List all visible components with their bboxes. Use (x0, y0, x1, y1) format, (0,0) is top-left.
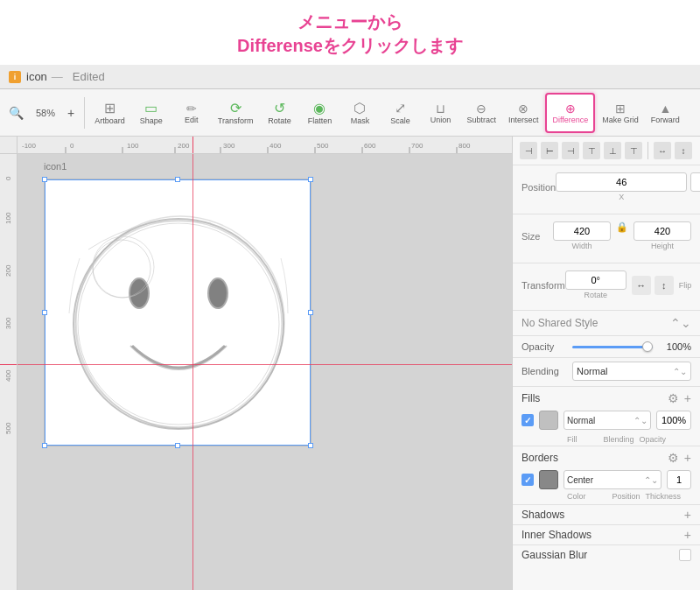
subtract-icon: ⊖ (476, 102, 486, 116)
mask-icon: ⬡ (354, 100, 366, 116)
borders-title: Borders (522, 452, 558, 464)
intersect-button[interactable]: ⊗ Intersect (503, 93, 544, 133)
shape-label: Shape (140, 116, 163, 125)
border-checkbox[interactable]: ✓ (522, 474, 534, 486)
align-top-button[interactable]: ⊤ (583, 142, 600, 159)
selection-handle-tr[interactable] (308, 177, 313, 182)
search-button[interactable]: 🔍 (4, 93, 29, 133)
artboard-label: icon1 (44, 161, 66, 172)
transform-label: Transform (218, 116, 254, 125)
size-w-label: Width (553, 242, 611, 250)
svg-point-27 (78, 223, 279, 425)
make-grid-label: Make Grid (602, 116, 639, 124)
position-y-input[interactable] (690, 172, 700, 192)
subtract-label: Subtract (466, 116, 496, 124)
size-w-input[interactable] (553, 221, 611, 241)
fill-color-swatch[interactable] (539, 411, 558, 430)
style-selector[interactable]: No Shared Style ⌃⌄ (513, 311, 700, 336)
border-color-swatch[interactable] (539, 470, 558, 489)
zoom-add-button[interactable]: + (62, 93, 80, 133)
align-bottom-button[interactable]: ⊤ (625, 142, 642, 159)
svg-point-32 (209, 279, 227, 307)
lock-icon[interactable]: 🔒 (616, 221, 628, 250)
selection-handle-bl[interactable] (42, 443, 47, 448)
flip-v-button[interactable]: ↕ (654, 276, 674, 295)
position-x-input[interactable] (556, 172, 687, 192)
union-button[interactable]: ⊔ Union (421, 93, 459, 133)
selection-handle-bm[interactable] (175, 443, 180, 448)
border-thickness-input[interactable] (667, 470, 691, 489)
fill-opacity-input[interactable] (656, 411, 691, 430)
size-label: Size (522, 231, 553, 242)
fill-checkbox[interactable]: ✓ (522, 414, 534, 426)
ruler-row: -100 0 100 200 300 400 500 600 7 (0, 137, 512, 154)
distribute-h-button[interactable]: ↔ (654, 142, 671, 159)
edit-button[interactable]: ✏ Edit (172, 93, 211, 133)
align-center-v-button[interactable]: ⊥ (604, 142, 621, 159)
annotation-line2: Differenseをクリックします (18, 34, 682, 58)
svg-text:100: 100 (4, 212, 12, 224)
fills-settings-button[interactable]: ⚙ (668, 392, 679, 404)
subtract-button[interactable]: ⊖ Subtract (461, 93, 501, 133)
scale-button[interactable]: ⤢ Scale (381, 93, 419, 133)
align-right-button[interactable]: ⊣ (562, 142, 579, 159)
size-row: Size Width 🔒 Height (522, 221, 691, 250)
border-sub-position: Position (612, 492, 640, 501)
transform-icon: ⟳ (230, 100, 242, 116)
fill-sub-opacity: Opacity (640, 435, 667, 444)
opacity-slider[interactable] (572, 346, 653, 348)
difference-button[interactable]: ⊕ Difference (545, 93, 595, 133)
flip-h-button[interactable]: ↔ (632, 276, 651, 295)
gaussian-title: Gaussian Blur (522, 549, 587, 561)
blend-select[interactable]: Normal ⌃⌄ (572, 362, 691, 381)
fill-blend-select[interactable]: Normal ⌃⌄ (564, 411, 651, 430)
inner-shadows-add-button[interactable]: + (684, 529, 691, 541)
position-row: Position X Y (522, 172, 691, 201)
fills-header: Fills ⚙ + (513, 387, 700, 408)
borders-actions: ⚙ + (668, 452, 691, 464)
svg-point-33 (93, 236, 154, 298)
blend-value: Normal (577, 366, 607, 376)
gaussian-checkbox[interactable] (679, 549, 691, 561)
size-h-input[interactable] (634, 221, 691, 241)
union-label: Union (430, 116, 452, 124)
flatten-button[interactable]: ◉ Flatten (300, 93, 339, 133)
borders-add-button[interactable]: + (684, 452, 691, 464)
align-center-h-button[interactable]: ⊢ (541, 142, 558, 159)
title-separator: — (52, 70, 63, 83)
selection-handle-br[interactable] (308, 443, 313, 448)
doc-name: icon (26, 70, 47, 83)
flatten-label: Flatten (308, 116, 332, 125)
size-inputs: Width 🔒 Height (553, 221, 691, 250)
shadows-add-button[interactable]: + (684, 509, 691, 521)
rotate-input[interactable] (565, 270, 626, 290)
make-grid-button[interactable]: ⊞ Make Grid (597, 93, 644, 133)
border-position-select[interactable]: Center ⌃⌄ (564, 470, 662, 489)
borders-settings-button[interactable]: ⚙ (668, 452, 679, 464)
selection-handle-rm[interactable] (308, 310, 313, 315)
border-sublabels: Color Position Thickness (513, 492, 700, 504)
transform-button[interactable]: ⟳ Transform (213, 93, 259, 133)
mask-button[interactable]: ⬡ Mask (340, 93, 379, 133)
rotate-button[interactable]: ↺ Rotate (260, 93, 298, 133)
forward-button[interactable]: ▲ Forward (646, 93, 685, 133)
canvas[interactable]: icon1 (18, 154, 512, 590)
selection-handle-tl[interactable] (42, 177, 47, 182)
selection-handle-lm[interactable] (42, 310, 47, 315)
position-y-label: Y (690, 193, 700, 201)
artboard-button[interactable]: ⊞ Artboard (89, 93, 130, 133)
shape-button[interactable]: ▭ Shape (132, 93, 171, 133)
fill-sub-blending: Blending (604, 435, 634, 444)
distribute-v-button[interactable]: ↕ (675, 142, 692, 159)
svg-text:0: 0 (4, 176, 12, 180)
opacity-label: Opacity (522, 341, 565, 352)
svg-text:600: 600 (364, 142, 376, 150)
align-row: ⊣ ⊢ ⊣ ⊤ ⊥ ⊤ ↔ ↕ (513, 137, 700, 165)
opacity-thumb[interactable] (642, 341, 653, 352)
selection-handle-tm[interactable] (175, 177, 180, 182)
make-grid-icon: ⊞ (615, 102, 626, 116)
align-left-button[interactable]: ⊣ (520, 142, 537, 159)
shape-icon: ▭ (144, 100, 158, 116)
zoom-value[interactable]: 58% (31, 93, 60, 133)
fills-add-button[interactable]: + (684, 392, 691, 404)
